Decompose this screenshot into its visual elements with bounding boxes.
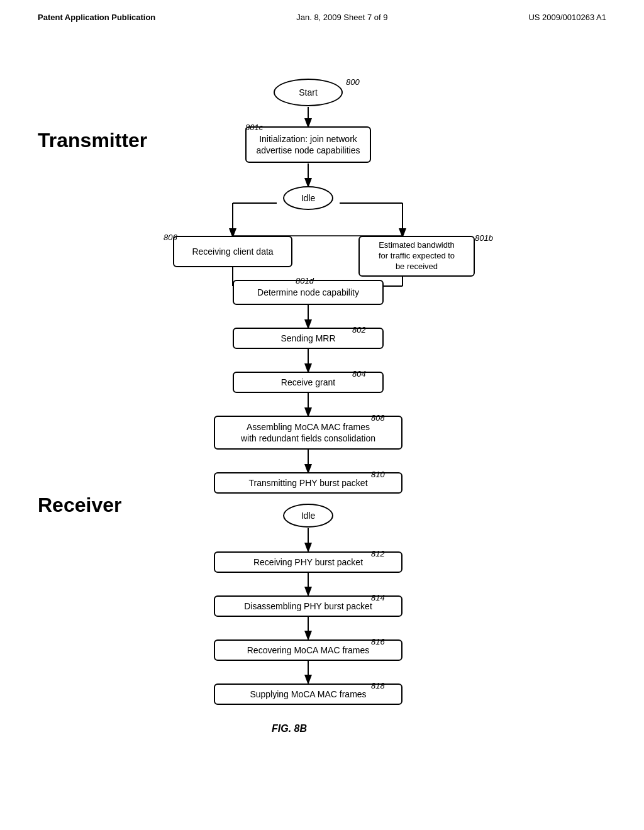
ref-810: 810 (371, 470, 385, 479)
ref-802: 802 (352, 325, 366, 335)
header-center: Jan. 8, 2009 Sheet 7 of 9 (296, 13, 387, 22)
ref-801b: 801b (475, 233, 493, 243)
fig-caption: FIG. 8B (226, 723, 352, 734)
ref-812: 812 (371, 549, 385, 558)
ref-806: 806‏ (164, 233, 177, 242)
ref-801c: 801c (245, 123, 263, 132)
start-node: Start (274, 79, 343, 106)
est-bandwidth-node: Estimated bandwidth for traffic expected… (358, 236, 475, 277)
receiver-label: Receiver (38, 494, 121, 517)
ref-818: 818 (371, 681, 385, 690)
ref-800: 800 (346, 77, 360, 87)
idle-tx-node: Idle (283, 186, 333, 210)
transmitter-label: Transmitter (38, 129, 147, 152)
init-node: Initialization: join network advertise n… (245, 126, 371, 163)
idle-rx-node: Idle (283, 504, 333, 528)
page-header: Patent Application Publication Jan. 8, 2… (38, 13, 606, 28)
header-left: Patent Application Publication (38, 13, 155, 22)
receiving-client-node: Receiving client data (173, 236, 292, 267)
ref-804: 804 (352, 369, 366, 379)
ref-801d: 801d (296, 276, 314, 285)
ref-808: 808 (371, 413, 385, 423)
flowchart: Transmitter Receiver (38, 41, 606, 795)
page: Patent Application Publication Jan. 8, 2… (0, 0, 644, 830)
ref-814: 814 (371, 593, 385, 602)
header-right: US 2009/0010263 A1 (528, 13, 606, 22)
ref-816: 816 (371, 637, 385, 646)
